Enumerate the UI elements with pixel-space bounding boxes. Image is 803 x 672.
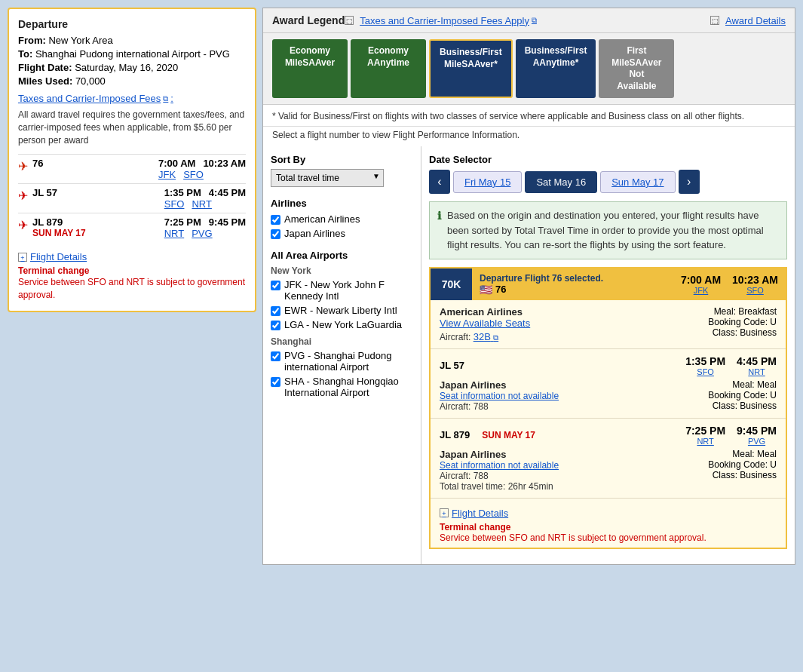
jl879-aircraft: Aircraft: 788 [440, 471, 679, 481]
award-details-area: ⬚ Award Details [710, 15, 786, 26]
view-available-seats-link[interactable]: View Available Seats [440, 318, 530, 329]
segment-jl57-left: Japan Airlines Seat information not avai… [440, 379, 679, 412]
taxes-fees-link-right[interactable]: Taxes and Carrier-Imposed Fees Apply ⧉ [360, 15, 537, 26]
plus-icon-card: + [440, 508, 449, 517]
date-next-button[interactable]: › [679, 170, 700, 194]
flight-times-76: 7:00 AM 10:23 AM JFK SFO [158, 158, 246, 180]
jl57-depart-block: 1:35 PM SFO [685, 355, 725, 376]
airline-jl-checkbox[interactable] [271, 229, 280, 239]
date-tab-sat[interactable]: Sat May 16 [525, 171, 597, 193]
airline-aa-item[interactable]: American Airlines [271, 213, 413, 225]
jl57-to-airport[interactable]: NRT [737, 367, 777, 376]
jl57-from-airport[interactable]: SFO [685, 367, 725, 376]
jl879-from-airport[interactable]: NRT [685, 437, 725, 446]
segment-jl57-right: Meal: Meal Booking Code: U Class: Busine… [679, 379, 777, 411]
sort-select[interactable]: Total travel time [271, 169, 384, 187]
taxes-fees-link-left[interactable]: Taxes and Carrier-Imposed Fees ⧉: [18, 93, 173, 104]
airport-lga-checkbox[interactable] [271, 321, 280, 330]
jl879-flight-num: JL 879 [440, 429, 470, 440]
dep-to-airport[interactable]: SFO [732, 286, 778, 295]
taxes-icon: ⬚ [345, 16, 354, 25]
content-area: Sort By Total travel time Airlines Ameri… [263, 146, 795, 564]
airport-sha-checkbox[interactable] [271, 377, 280, 387]
dep-from-airport[interactable]: JFK [681, 286, 721, 295]
segment-aa-row: American Airlines View Available Seats A… [440, 306, 777, 342]
date-selector: Date Selector ‹ Fri May 15 Sat May 16 Su… [429, 154, 787, 194]
airports-section: All Area Airports New York JFK - New Yor… [271, 250, 413, 398]
aa-class: Class: Business [679, 327, 777, 338]
aa-booking: Booking Code: U [679, 317, 777, 327]
date-tab-sun[interactable]: Sun May 17 [600, 171, 675, 193]
from-field: From: New York Area [18, 35, 246, 46]
airline-jl-item[interactable]: Japan Airlines [271, 228, 413, 239]
segment-jl879-right: Meal: Meal Booking Code: U Class: Busine… [679, 449, 777, 480]
jl-icon-left-879: ✈ [18, 218, 28, 232]
date-tab-fri[interactable]: Fri May 15 [453, 171, 522, 193]
segment-aa-left: American Airlines View Available Seats A… [440, 306, 679, 342]
segment-jl57-row: Japan Airlines Seat information not avai… [440, 379, 777, 412]
jl879-arrive-time: 9:45 PM [737, 425, 777, 437]
jl879-class: Class: Business [679, 470, 777, 480]
airport-ewr-item[interactable]: EWR - Newark Liberty Intl [271, 305, 413, 316]
left-flight-row-jl879: ✈ JL 879 SUN MAY 17 7:25 PM 9:45 PM NRT … [18, 213, 246, 242]
left-panel: Departure From: New York Area To: Shangh… [8, 8, 256, 565]
airlines-section: Airlines American Airlines Japan Airline… [271, 198, 413, 239]
shanghai-label: Shanghai [271, 336, 413, 347]
jl879-total-travel: Total travel time: 26hr 45min [440, 481, 679, 492]
airport-sha-item[interactable]: SHA - Shanghai Hongqiao International Ai… [271, 376, 413, 398]
jl879-to-airport[interactable]: PVG [737, 437, 777, 446]
sun-may-label-left: SUN MAY 17 [32, 228, 86, 238]
segment-jl879: JL 879 SUN MAY 17 7:25 PM NRT 9:45 [431, 419, 786, 499]
sort-by-section: Sort By Total travel time [271, 154, 413, 187]
results-column: Date Selector ‹ Fri May 15 Sat May 16 Su… [421, 146, 795, 564]
jl879-depart-block: 7:25 PM NRT [685, 425, 725, 446]
tab-biz-aanytime[interactable]: Business/First AAnytime* [516, 39, 596, 98]
card-terminal-desc: Service between SFO and NRT is subject t… [440, 532, 777, 543]
tab-economy-aanytime[interactable]: Economy AAnytime [351, 39, 426, 98]
airport-jfk-checkbox[interactable] [271, 281, 280, 290]
aa-flag-icon: 🇺🇸 [480, 284, 492, 296]
segment-aa-aircraft: Aircraft: 32B ⧉ [440, 331, 498, 342]
dep-flight-num[interactable]: 76 [495, 284, 506, 295]
sort-select-wrapper[interactable]: Total travel time [271, 169, 384, 187]
award-note: * Valid for Business/First on flights wi… [263, 105, 795, 127]
card-flight-details-link[interactable]: + Flight Details [440, 508, 508, 519]
jl57-aircraft: Aircraft: 788 [440, 401, 679, 412]
jl879-arrive-block: 9:45 PM PVG [737, 425, 777, 446]
left-flight-num-76: 76 [32, 158, 70, 169]
jl-icon-left-57: ✈ [18, 189, 28, 203]
aa-icon-left: ✈ [18, 159, 28, 173]
aircraft-link-aa[interactable]: 32B ⧉ [474, 332, 498, 342]
flight-details-link-left[interactable]: + Flight Details [18, 251, 87, 262]
external-link-icon: ⧉ [163, 94, 168, 103]
airport-lga-item[interactable]: LGA - New York LaGuardia [271, 319, 413, 330]
jl57-arrive-time: 4:45 PM [737, 355, 777, 367]
airlines-label: Airlines [271, 198, 413, 209]
award-details-link[interactable]: Award Details [725, 15, 786, 26]
left-flight-row-jl57: ✈ JL 57 1:35 PM 4:45 PM SFO NRT [18, 183, 246, 213]
info-icon: ℹ [437, 208, 441, 253]
departure-info-bar: Departure Flight 76 selected. 🇺🇸 76 7:00… [472, 268, 786, 300]
airport-pvg-checkbox[interactable] [271, 351, 280, 361]
sort-by-label: Sort By [271, 154, 413, 165]
airport-ewr-checkbox[interactable] [271, 306, 280, 316]
airport-pvg-item[interactable]: PVG - Shanghai Pudong international Airp… [271, 350, 413, 373]
tab-biz-milesaaver[interactable]: Business/First MileSAAver* [429, 39, 513, 98]
ext-icon-aircraft: ⧉ [493, 333, 498, 342]
segment-aa-right: Meal: Breakfast Booking Code: U Class: B… [679, 306, 777, 338]
jl57-booking: Booking Code: U [679, 390, 777, 400]
ext-icon-taxes: ⧉ [532, 16, 537, 25]
jl879-booking: Booking Code: U [679, 459, 777, 470]
jl879-meal: Meal: Meal [679, 449, 777, 459]
award-legend-title: Award Legend [272, 14, 345, 26]
taxes-desc: All award travel requires the government… [18, 109, 246, 146]
date-prev-button[interactable]: ‹ [429, 170, 450, 194]
airport-jfk-item[interactable]: JFK - New York John F Kennedy Intl [271, 279, 413, 302]
info-box: ℹ Based on the origin and destination yo… [429, 201, 787, 259]
tab-first-na[interactable]: First MileSAAver Not Available [599, 39, 674, 98]
terminal-desc-left: Service between SFO and NRT is subject t… [18, 276, 246, 302]
tab-economy-milesaaver[interactable]: Economy MileSAAver [272, 39, 348, 98]
airline-aa-checkbox[interactable] [271, 215, 280, 225]
jl57-arrive-block: 4:45 PM NRT [737, 355, 777, 376]
left-flight-row-76: ✈ 76 7:00 AM 10:23 AM JFK SFO [18, 154, 246, 183]
